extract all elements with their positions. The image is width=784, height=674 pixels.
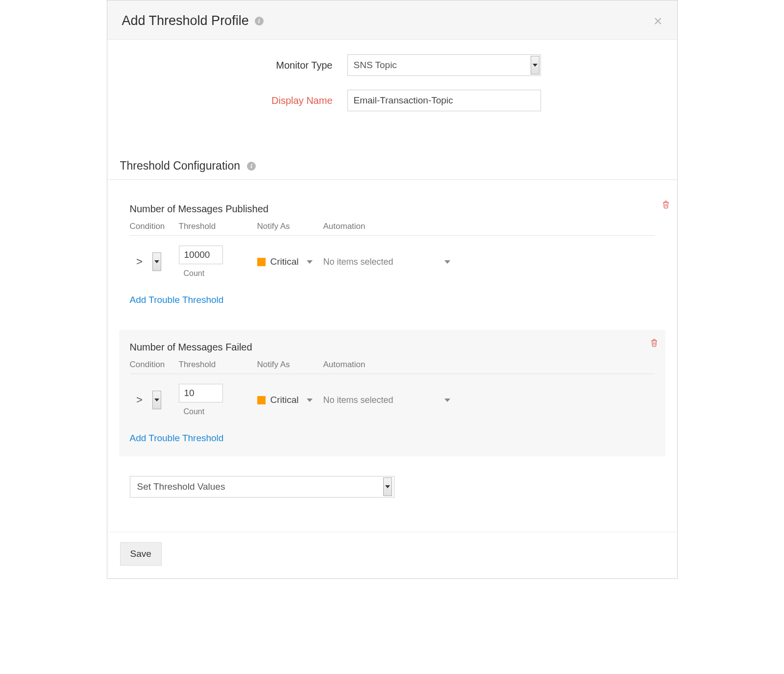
set-threshold-values-label: Set Threshold Values [137,481,225,492]
form-area: Monitor Type SNS Topic Display Name Emai… [107,40,677,130]
threshold-block-failed: Number of Messages Failed Condition Thre… [119,330,665,456]
condition-value: > [130,394,149,406]
severity-swatch-critical [257,396,266,404]
add-trouble-threshold-link[interactable]: Add Trouble Threshold [130,433,224,444]
automation-select[interactable]: No items selected [323,257,453,267]
chevron-down-icon [152,391,161,409]
condition-select[interactable]: > [130,252,179,271]
col-threshold: Threshold [179,222,257,231]
threshold-unit: Count [184,407,257,416]
chevron-down-icon [444,260,450,264]
dialog-title: Add Threshold Profile i [122,13,264,28]
col-automation: Automation [323,360,453,370]
notify-value: Critical [270,256,299,267]
dialog-footer: Save [107,532,677,578]
threshold-value: 10000 [184,250,210,260]
label-display-name: Display Name [122,95,347,106]
dialog-title-text: Add Threshold Profile [122,13,249,28]
select-monitor-type-value: SNS Topic [354,60,397,71]
col-condition: Condition [130,222,179,231]
threshold-row: > 10 Count Critical No items selected [130,374,655,416]
chevron-down-icon [307,260,313,264]
chevron-down-icon [152,252,161,271]
columns-header: Condition Threshold Notify As Automation [130,360,655,374]
label-monitor-type: Monitor Type [122,60,347,71]
threshold-profile-dialog: Add Threshold Profile i × Monitor Type S… [107,0,678,579]
info-icon[interactable]: i [255,17,264,25]
notify-select[interactable]: Critical [257,395,323,405]
severity-swatch-critical [257,258,266,266]
condition-select[interactable]: > [130,391,179,409]
section-title: Threshold Configuration [120,159,240,173]
block-title: Number of Messages Published [130,203,655,215]
col-notify: Notify As [257,360,323,370]
chevron-down-icon [307,399,313,402]
select-set-threshold-values[interactable]: Set Threshold Values [130,476,394,498]
set-threshold-values-row: Set Threshold Values [130,476,677,498]
info-icon[interactable]: i [247,162,256,171]
columns-header: Condition Threshold Notify As Automation [130,222,655,236]
block-title: Number of Messages Failed [130,342,655,353]
input-display-name-value: Email-Transaction-Topic [354,95,453,106]
threshold-unit: Count [184,269,257,278]
automation-select[interactable]: No items selected [323,395,453,405]
input-display-name[interactable]: Email-Transaction-Topic [347,90,541,111]
save-button[interactable]: Save [120,542,162,566]
threshold-input[interactable]: 10000 [179,246,223,264]
automation-value: No items selected [323,257,393,267]
add-trouble-threshold-link[interactable]: Add Trouble Threshold [130,295,224,305]
threshold-input[interactable]: 10 [179,384,223,402]
row-monitor-type: Monitor Type SNS Topic [122,54,662,76]
chevron-down-icon [383,477,392,496]
notify-value: Critical [270,395,299,405]
row-display-name: Display Name Email-Transaction-Topic [122,90,662,111]
dialog-header: Add Threshold Profile i × [107,0,677,40]
trash-icon[interactable] [662,200,670,212]
close-icon[interactable]: × [654,14,662,28]
threshold-block-published: Number of Messages Published Condition T… [119,192,665,318]
threshold-row: > 10000 Count Critical No items selected [130,236,655,278]
col-notify: Notify As [257,222,323,231]
col-threshold: Threshold [179,360,257,370]
chevron-down-icon [444,399,450,402]
notify-select[interactable]: Critical [257,256,323,267]
col-condition: Condition [130,360,179,370]
col-automation: Automation [323,222,453,231]
select-monitor-type[interactable]: SNS Topic [347,54,541,76]
trash-icon[interactable] [650,338,659,350]
chevron-down-icon [531,56,539,75]
condition-value: > [130,255,149,268]
section-threshold-config: Threshold Configuration i [107,159,677,180]
threshold-value: 10 [184,388,195,399]
automation-value: No items selected [323,395,393,405]
